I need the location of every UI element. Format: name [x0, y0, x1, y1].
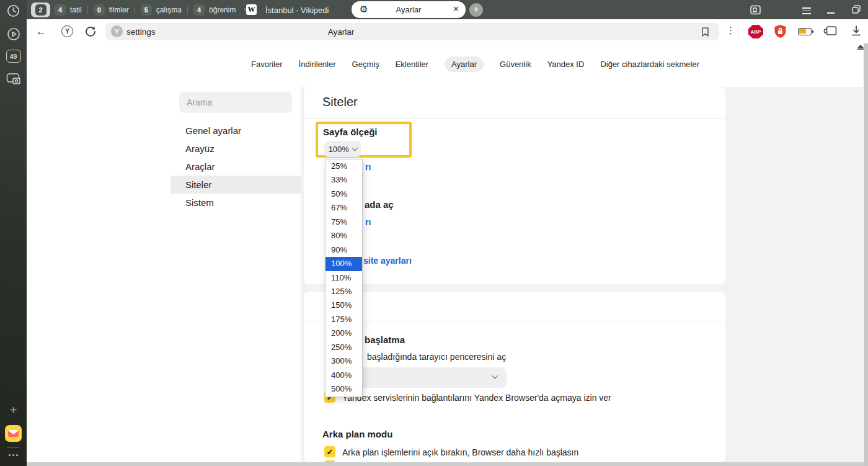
group-count: 5: [141, 4, 152, 16]
zoom-option-200[interactable]: 200%: [326, 326, 362, 340]
check-icon: ✓: [327, 447, 334, 457]
menu-araclar[interactable]: Araçlar: [170, 158, 301, 176]
checkbox-background-mode-label[interactable]: Arka plan işlemlerini açık bırakın, Brow…: [342, 447, 578, 457]
sidebar-add-icon[interactable]: +: [0, 403, 27, 418]
nav-eklentiler[interactable]: Eklentiler: [396, 60, 428, 69]
scroll-up-arrow-base: [857, 48, 864, 50]
nav-guvenlik[interactable]: Güvenlik: [500, 60, 531, 69]
zoom-option-50[interactable]: 50%: [326, 187, 362, 201]
address-bar[interactable]: [105, 23, 719, 40]
download-icon[interactable]: [851, 25, 861, 37]
zoom-option-125[interactable]: 125%: [326, 285, 362, 298]
scroll-up-arrow-icon[interactable]: [857, 45, 864, 48]
settings-menu: Genel ayarlar Arayüz Araçlar Siteler Sis…: [170, 122, 301, 212]
address-toolbar: ← Y Y settings Ayarlar ⋮ ABP: [27, 19, 868, 43]
zoom-option-67[interactable]: 67%: [326, 201, 362, 215]
page-scale-dropdown: 25% 33% 50% 67% 75% 80% 90% 100% 110% 12…: [325, 159, 363, 397]
tab-close-icon[interactable]: ✕: [453, 4, 459, 14]
zoom-option-100-selected[interactable]: 100%: [326, 257, 362, 271]
url-text[interactable]: settings: [126, 27, 156, 37]
menu-genel-ayarlar[interactable]: Genel ayarlar: [170, 122, 301, 140]
zoom-option-175[interactable]: 175%: [326, 313, 362, 326]
window-restore-button[interactable]: [852, 5, 861, 14]
battery-saver-icon[interactable]: [798, 28, 812, 35]
menu-hamburger-icon[interactable]: [802, 6, 811, 16]
nav-yandex-id[interactable]: Yandex ID: [547, 60, 585, 69]
zoom-option-500[interactable]: 500%: [326, 382, 362, 396]
page-scale-label: Sayfa ölçeği: [323, 127, 378, 137]
side-panel-toggle-icon[interactable]: [750, 5, 761, 15]
tab-counter-value: 49: [6, 50, 21, 63]
tab-strip: 2 4 tatil 0 filmler 5 çalışma 4 öğrenim: [27, 0, 868, 19]
background-mode-heading: Arka plan modu: [322, 429, 392, 439]
screenshot-icon[interactable]: [0, 72, 27, 86]
left-side-panel: 49 +: [0, 0, 27, 466]
tab-wikipedia[interactable]: İstanbul - Vikipedi: [265, 6, 329, 15]
menu-sistem[interactable]: Sistem: [170, 194, 301, 212]
obscured-heading-fragment: ada aç: [365, 199, 394, 210]
group-label: filmler: [109, 6, 129, 14]
new-tab-button[interactable]: +: [469, 3, 483, 17]
yandex-mail-icon[interactable]: [0, 425, 27, 442]
menu-siteler-selected[interactable]: Siteler: [170, 176, 301, 194]
tab-group-filmler[interactable]: 0 filmler: [94, 4, 129, 16]
sidebar-divider: [7, 447, 19, 448]
yandex-browser-window: 49 + 2 4 tatil 0 filmler 5: [0, 0, 868, 466]
menu-arayuz[interactable]: Arayüz: [170, 140, 301, 158]
obscured-link-fragment[interactable]: rı: [365, 217, 371, 227]
zoom-option-400[interactable]: 400%: [326, 369, 362, 382]
back-button[interactable]: ←: [36, 25, 46, 38]
zoom-option-300[interactable]: 300%: [326, 354, 362, 368]
nav-gecmis[interactable]: Geçmiş: [352, 60, 379, 69]
window-minimize-button[interactable]: [827, 12, 835, 14]
page-scale-value: 100%: [329, 145, 349, 154]
chevron-down-icon: [492, 373, 497, 379]
tab-group-tatil[interactable]: 4 tatil: [55, 4, 82, 16]
obscured-baslatma-heading: başlatma: [365, 334, 405, 345]
nav-ayarlar-active[interactable]: Ayarlar: [445, 56, 484, 72]
settings-search-input[interactable]: [179, 92, 292, 113]
address-page-title: Ayarlar: [316, 27, 366, 37]
video-play-icon[interactable]: [0, 27, 27, 41]
tab-group-ogrenim[interactable]: 4 öğrenim: [193, 4, 236, 16]
adblock-plus-icon[interactable]: ABP: [748, 25, 763, 38]
zoom-option-90[interactable]: 90%: [326, 243, 362, 257]
zoom-option-150[interactable]: 150%: [326, 298, 362, 312]
group-count: 4: [55, 4, 66, 16]
checkbox-background-mode[interactable]: ✓: [324, 446, 335, 457]
zoom-option-110[interactable]: 110%: [326, 271, 362, 285]
obscured-link-fragment[interactable]: rı: [365, 162, 371, 172]
nav-indirilenler[interactable]: İndirilenler: [299, 60, 336, 69]
nav-diger-cihazlar[interactable]: Diğer cihazlardaki sekmeler: [600, 60, 699, 69]
tab-ayarlar-active[interactable]: ⚙ Ayarlar ✕: [352, 1, 466, 18]
siteler-card-title: Siteler: [322, 95, 358, 109]
toolbar-separator: [738, 25, 738, 37]
site-ayarlari-link-fragment[interactable]: site ayarları: [363, 256, 412, 266]
siteler-card: [304, 87, 725, 284]
zoom-option-25[interactable]: 25%: [326, 159, 362, 173]
protect-shield-icon[interactable]: [774, 24, 787, 38]
tab-counter-icon[interactable]: 49: [0, 50, 27, 63]
kebab-menu-icon[interactable]: ⋮: [726, 25, 735, 36]
reload-icon[interactable]: [85, 25, 96, 37]
nav-favoriler[interactable]: Favoriler: [251, 60, 283, 69]
history-clock-icon[interactable]: [0, 4, 27, 17]
tab-groups: 4 tatil 0 filmler 5 çalışma 4 öğrenim: [55, 2, 250, 17]
zoom-option-33[interactable]: 33%: [326, 173, 362, 187]
group-divider: [187, 6, 188, 14]
obscured-startup-checkbox-label[interactable]: başladığında tarayıcı penceresini aç: [367, 352, 506, 362]
tab-group-active[interactable]: 2: [31, 2, 50, 17]
page-scale-select[interactable]: 100%: [324, 141, 361, 157]
bookmark-flag-icon[interactable]: [701, 27, 710, 37]
horizontal-scrollbar[interactable]: [27, 462, 868, 466]
tab-group-calisma[interactable]: 5 çalışma: [141, 4, 182, 16]
yandex-collections-icon[interactable]: [823, 25, 837, 37]
sidebar-more-icon[interactable]: [0, 454, 27, 456]
checkbox-yandex-links-label[interactable]: Yandex servislerinin bağlantılarını Yand…: [342, 393, 611, 403]
zoom-option-250[interactable]: 250%: [326, 341, 362, 354]
zoom-option-80[interactable]: 80%: [326, 229, 362, 243]
vertical-scrollbar[interactable]: [864, 43, 868, 466]
settings-top-nav: Favoriler İndirilenler Geçmiş Eklentiler…: [251, 56, 699, 72]
yandex-home-icon[interactable]: Y: [61, 25, 73, 37]
zoom-option-75[interactable]: 75%: [326, 215, 362, 229]
